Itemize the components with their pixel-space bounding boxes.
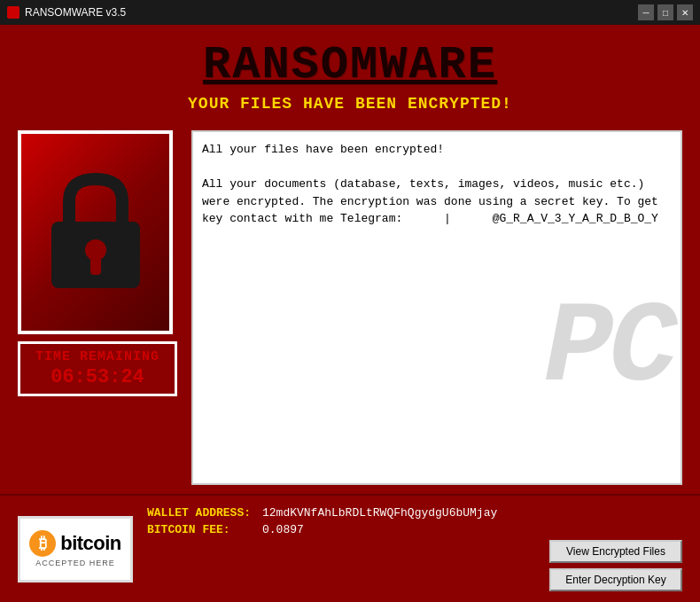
titlebar-controls: ─ □ ✕ xyxy=(638,4,693,20)
timer-box: TIME REMAINING 06:53:24 xyxy=(18,341,177,396)
message-textarea[interactable]: All your files have been encrypted! All … xyxy=(191,130,682,485)
view-encrypted-files-button[interactable]: View Encrypted Files xyxy=(549,540,682,563)
minimize-button[interactable]: ─ xyxy=(638,4,654,20)
lock-icon xyxy=(43,170,149,294)
left-panel: TIME REMAINING 06:53:24 xyxy=(18,130,177,485)
wallet-address-label: WALLET ADDRESS: xyxy=(147,506,253,520)
timer-label: TIME REMAINING xyxy=(26,349,169,364)
wallet-fee-row: BITCOIN FEE: 0.0897 xyxy=(147,523,682,536)
svg-rect-2 xyxy=(90,257,101,275)
wallet-fee-label: BITCOIN FEE: xyxy=(147,523,253,536)
bitcoin-name: bitcoin xyxy=(60,532,121,555)
titlebar-left: RANSOMWARE v3.5 xyxy=(7,6,126,19)
wallet-fee-value: 0.0897 xyxy=(262,523,304,536)
buttons-row: View Encrypted Files Enter Decryption Ke… xyxy=(549,540,682,591)
middle-section: TIME REMAINING 06:53:24 All your files h… xyxy=(18,130,682,485)
maximize-button[interactable]: □ xyxy=(657,4,673,20)
bitcoin-logo-row: ₿ bitcoin xyxy=(29,530,121,557)
bitcoin-badge: ₿ bitcoin ACCEPTED HERE xyxy=(18,516,133,582)
close-button[interactable]: ✕ xyxy=(677,4,693,20)
titlebar: RANSOMWARE v3.5 ─ □ ✕ xyxy=(0,0,700,25)
bitcoin-circle-icon: ₿ xyxy=(29,530,56,557)
subtitle: YOUR FILES HAVE BEEN ENCRYPTED! xyxy=(18,95,682,113)
timer-value: 06:53:24 xyxy=(26,366,169,388)
bottom-section: ₿ bitcoin ACCEPTED HERE WALLET ADDRESS: … xyxy=(0,494,700,602)
main-content: PC RANSOMWARE YOUR FILES HAVE BEEN ENCRY… xyxy=(0,25,700,485)
main-window: RANSOMWARE v3.5 ─ □ ✕ PC RANSOMWARE YOUR… xyxy=(0,0,700,602)
window-title: RANSOMWARE v3.5 xyxy=(25,6,126,19)
main-title: RANSOMWARE xyxy=(18,39,682,91)
wallet-address-row: WALLET ADDRESS: 12mdKVNfAhLbRDLtRWQFhQgy… xyxy=(147,506,682,520)
lock-container xyxy=(18,130,173,334)
window-icon xyxy=(7,6,19,19)
wallet-address-value: 12mdKVNfAhLbRDLtRWQFhQgydgU6bUMjay xyxy=(262,506,497,520)
bitcoin-accepted-text: ACCEPTED HERE xyxy=(35,559,115,567)
enter-decryption-key-button[interactable]: Enter Decryption Key xyxy=(549,568,682,591)
wallet-info: WALLET ADDRESS: 12mdKVNfAhLbRDLtRWQFhQgy… xyxy=(147,506,682,591)
right-panel: All your files have been encrypted! All … xyxy=(191,130,682,485)
header: RANSOMWARE YOUR FILES HAVE BEEN ENCRYPTE… xyxy=(18,39,682,113)
